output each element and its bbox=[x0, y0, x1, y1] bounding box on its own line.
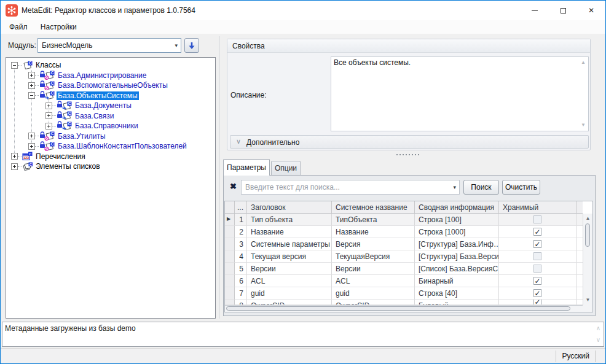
scroll-down-icon[interactable]: ▼ bbox=[581, 123, 586, 128]
stored-cell: ✓ bbox=[499, 287, 576, 300]
title-cell: Текущая версия bbox=[247, 250, 332, 263]
horizontal-splitter-handle[interactable] bbox=[396, 154, 421, 155]
parameters-tab-page: ✖ ▾ Поиск Очистить ... Заголовок Системн… bbox=[223, 175, 596, 316]
class-tree[interactable]: CКлассыCБаза.АдминистрированиеCБаза.Вспо… bbox=[6, 57, 216, 319]
grid-row[interactable]: ▶1Тип объектаТипОбъектаСтрока [100] bbox=[225, 214, 583, 226]
grid-row[interactable]: 6ACLACLБинарный✓ bbox=[225, 275, 583, 287]
expand-icon[interactable] bbox=[11, 153, 18, 160]
tree-item[interactable]: CБаза.Администрирование bbox=[6, 71, 215, 81]
tree-item-label[interactable]: База.ОбъектыСистемы bbox=[57, 91, 139, 100]
svg-text:C: C bbox=[51, 91, 54, 96]
menu-bar: Файл Настройки bbox=[1, 20, 605, 34]
tab-parameters[interactable]: Параметры bbox=[223, 159, 270, 176]
grid-header-title[interactable]: Заголовок bbox=[247, 201, 332, 213]
title-bar[interactable]: MetaEdit: Редактор классов и параметров … bbox=[1, 1, 605, 20]
grid-horizontal-scrollbar[interactable] bbox=[225, 305, 583, 312]
properties-group: Свойства Описание: Все объекты системы. … bbox=[227, 39, 591, 150]
collapse-icon[interactable] bbox=[28, 92, 35, 99]
expand-icon[interactable] bbox=[28, 133, 35, 139]
status-separator bbox=[556, 350, 556, 362]
tree-item-label[interactable]: База.Связи bbox=[74, 112, 116, 120]
tree-item-label[interactable]: База.Администрирование bbox=[57, 71, 148, 80]
search-combobox[interactable]: ▾ bbox=[241, 180, 460, 195]
grid-row[interactable]: 2НазваниеНазваниеСтрока [1000]✓ bbox=[225, 226, 583, 238]
tree-item-label[interactable]: Классы bbox=[34, 61, 62, 69]
grid-header-stored[interactable]: Хранимый bbox=[499, 201, 576, 213]
maximize-icon bbox=[561, 8, 566, 14]
tree-item[interactable]: CЭлементы списков bbox=[6, 161, 215, 172]
scrollbar-thumb[interactable] bbox=[585, 223, 590, 247]
close-button[interactable]: ✕ bbox=[577, 1, 605, 20]
tree-item-label[interactable]: База.Справочники bbox=[74, 122, 140, 130]
checkbox-unchecked-icon[interactable] bbox=[533, 215, 541, 223]
scrollbar-corner bbox=[583, 305, 592, 312]
grid-row[interactable]: 5ВерсииВерсии[Список] База.ВерсияС… bbox=[225, 263, 583, 275]
checkbox-unchecked-icon[interactable] bbox=[533, 265, 541, 273]
grid-row[interactable]: 4Текущая версияТекущаяВерсия[Структура] … bbox=[225, 250, 583, 263]
clear-filter-icon[interactable]: ✖ bbox=[230, 182, 237, 190]
checkbox-checked-icon[interactable]: ✓ bbox=[533, 277, 541, 285]
menu-settings[interactable]: Настройки bbox=[35, 20, 82, 33]
expand-icon[interactable] bbox=[11, 163, 18, 170]
tree-item[interactable]: CБаза.Утилиты bbox=[6, 131, 215, 142]
scrollbar-thumb[interactable] bbox=[226, 306, 570, 311]
grid-row[interactable]: 8OwnerSIDOwnerSIDБулевый✓ bbox=[225, 300, 583, 305]
checkbox-checked-icon[interactable]: ✓ bbox=[533, 300, 541, 305]
scroll-up-icon[interactable]: ∧ bbox=[596, 325, 600, 331]
tree-item[interactable]: 123CПеречисления bbox=[6, 152, 215, 162]
scroll-up-icon[interactable]: ▲ bbox=[583, 216, 592, 221]
tree-item-label[interactable]: База.ШаблонКонстантПользователей bbox=[57, 142, 188, 150]
expand-icon[interactable] bbox=[45, 103, 52, 109]
language-indicator[interactable]: Русский bbox=[562, 352, 589, 360]
minimize-button[interactable] bbox=[521, 1, 549, 20]
grid-header-system-name[interactable]: Системное название bbox=[332, 201, 415, 213]
tree-connector bbox=[35, 75, 39, 76]
expand-icon[interactable] bbox=[28, 143, 35, 150]
tree-item-label[interactable]: Элементы списков bbox=[34, 162, 101, 171]
module-load-button[interactable] bbox=[184, 38, 199, 53]
checkbox-unchecked-icon[interactable] bbox=[533, 252, 541, 260]
chevron-down-icon[interactable]: ▾ bbox=[175, 43, 178, 48]
description-field[interactable]: Все объекты системы. ▲ ▼ bbox=[331, 56, 589, 131]
checkbox-checked-icon[interactable]: ✓ bbox=[533, 240, 541, 248]
scroll-down-icon[interactable]: ▼ bbox=[583, 298, 592, 303]
log-panel[interactable]: Метаданные загружены из базы demo ∧ ∨ bbox=[2, 322, 604, 347]
collapse-icon[interactable] bbox=[11, 62, 18, 69]
menu-file[interactable]: Файл bbox=[4, 20, 33, 33]
tree-item[interactable]: CКлассы bbox=[6, 60, 215, 71]
grid-header-number[interactable]: ... bbox=[235, 201, 247, 213]
grid-vertical-scrollbar[interactable]: ▲ ▼ bbox=[583, 214, 592, 305]
maximize-button[interactable] bbox=[549, 1, 577, 20]
clear-button[interactable]: Очистить bbox=[502, 180, 540, 195]
additional-section-toggle[interactable]: ∨ Дополнительно bbox=[230, 135, 589, 149]
tree-item[interactable]: CБаза.Связи bbox=[6, 111, 215, 122]
search-input[interactable] bbox=[242, 180, 447, 194]
tree-item-label[interactable]: База.ВспомогательныеОбъекты bbox=[57, 81, 169, 90]
chevron-down-icon[interactable]: ▾ bbox=[453, 185, 456, 190]
tab-options[interactable]: Опции bbox=[271, 161, 301, 175]
scroll-up-icon[interactable]: ▲ bbox=[581, 60, 586, 65]
expand-icon[interactable] bbox=[28, 82, 35, 89]
expand-icon[interactable] bbox=[45, 112, 52, 119]
panel-splitter[interactable] bbox=[219, 36, 219, 319]
grid-row[interactable]: 7guidguidСтрока [40]✓ bbox=[225, 287, 583, 300]
tree-item[interactable]: CБаза.Справочники bbox=[6, 121, 215, 131]
checkbox-checked-icon[interactable]: ✓ bbox=[533, 228, 541, 236]
search-button[interactable]: Поиск bbox=[463, 180, 499, 195]
tree-item-label[interactable]: База.Документы bbox=[74, 101, 133, 110]
grid-header-summary-info[interactable]: Сводная информация bbox=[415, 201, 499, 213]
tree-item[interactable]: CБаза.ШаблонКонстантПользователей bbox=[6, 141, 215, 152]
expand-icon[interactable] bbox=[45, 123, 52, 130]
checkbox-checked-icon[interactable]: ✓ bbox=[533, 289, 541, 297]
tree-item[interactable]: CБаза.ОбъектыСистемы bbox=[6, 91, 215, 101]
scroll-down-icon[interactable]: ∨ bbox=[596, 337, 600, 343]
expand-icon[interactable] bbox=[28, 72, 35, 79]
row-indicator-cell: ▶ bbox=[225, 214, 235, 226]
tree-item-label[interactable]: Перечисления bbox=[34, 152, 87, 161]
tree-item[interactable]: CБаза.ВспомогательныеОбъекты bbox=[6, 80, 215, 91]
tree-item[interactable]: CБаза.Документы bbox=[6, 101, 215, 111]
summary-info-cell: Бинарный bbox=[415, 275, 499, 287]
grid-row[interactable]: 3Системные параметрыВерсия[Структура] Ба… bbox=[225, 238, 583, 250]
tree-item-label[interactable]: База.Утилиты bbox=[57, 132, 107, 141]
module-combobox[interactable]: БизнесМодель ▾ bbox=[37, 38, 181, 53]
